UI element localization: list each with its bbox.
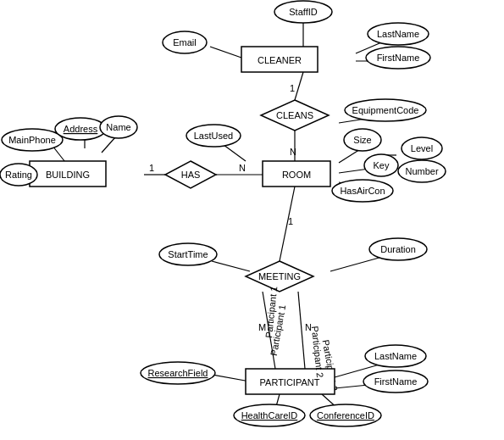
entity-participant-label: PARTICIPANT — [260, 377, 320, 387]
svg-line-9 — [102, 137, 115, 153]
svg-line-1 — [210, 47, 241, 58]
rel-cleans-label: CLEANS — [276, 110, 313, 120]
card-1-meeting: 1 — [288, 216, 293, 226]
er-diagram: 1 N 1 N 1 M N Participant 1 — [0, 0, 504, 440]
attr-lastname-participant-label: LastName — [374, 351, 417, 361]
attr-lastused-label: LastUsed — [194, 131, 233, 141]
attr-level-label: Level — [411, 143, 433, 153]
attr-staffid-label: StaffID — [289, 7, 317, 17]
attr-firstname-cleaner-label: FirstName — [377, 53, 420, 63]
card-1-cleans: 1 — [290, 83, 295, 93]
svg-line-20 — [212, 261, 250, 271]
attr-number-label: Number — [405, 166, 438, 176]
card-n-cleans: N — [290, 147, 296, 157]
attr-researchfield-label: ResearchField — [148, 368, 208, 378]
attr-starttime-label: StartTime — [168, 249, 208, 259]
attr-rating-label: Rating — [5, 170, 32, 180]
entity-room-label: ROOM — [282, 170, 311, 180]
attr-size-label: Size — [353, 135, 371, 145]
attr-firstname-participant-label: FirstName — [374, 376, 418, 387]
attr-equipmentcode-label: EquipmentCode — [352, 105, 419, 115]
attr-name-building-label: Name — [106, 122, 130, 132]
svg-line-4 — [295, 72, 303, 100]
attr-lastname-cleaner-label: LastName — [377, 29, 419, 39]
attr-email-label: Email — [173, 37, 197, 47]
attr-conferenceid-label: ConferenceID — [317, 410, 374, 421]
entity-cleaner-label: CLEANER — [258, 55, 302, 65]
attr-hasaircon-label: HasAirCon — [340, 186, 385, 196]
attr-address-label: Address — [64, 124, 98, 134]
attr-duration-label: Duration — [380, 244, 416, 254]
rel-has-label: HAS — [181, 170, 201, 180]
attr-mainphone-label: MainPhone — [8, 135, 56, 145]
attr-key-label: Key — [374, 160, 390, 170]
attr-healthcareid-label: HealthCareID — [241, 410, 298, 421]
card-1-has: 1 — [149, 163, 154, 173]
svg-line-23 — [298, 292, 305, 369]
rel-meeting-label: MEETING — [258, 271, 301, 281]
entity-building-label: BUILDING — [46, 170, 90, 180]
card-n-has: N — [239, 163, 246, 173]
